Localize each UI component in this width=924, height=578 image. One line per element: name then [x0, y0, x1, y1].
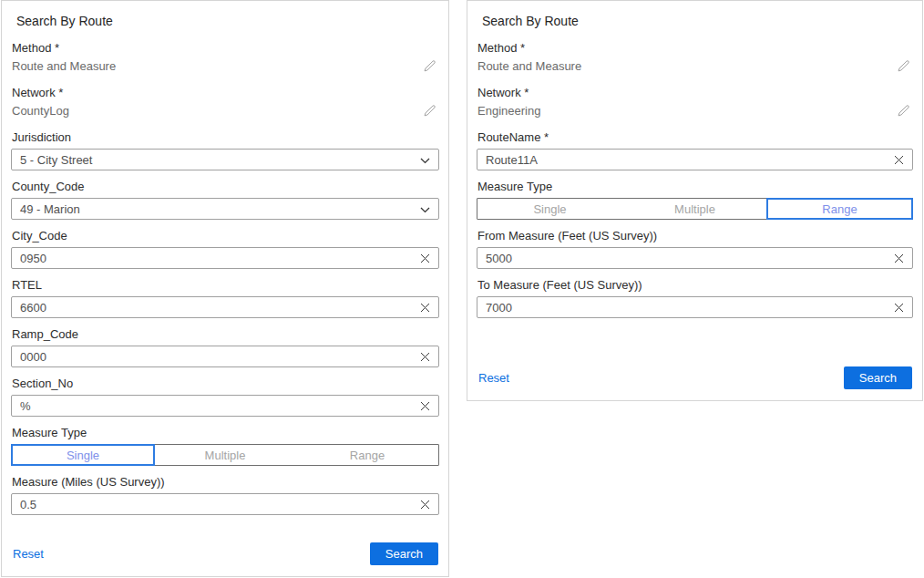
- search-button[interactable]: Search: [844, 366, 912, 389]
- method-label: Method *: [12, 41, 438, 55]
- route-name-input[interactable]: [486, 153, 892, 167]
- network-value: CountyLog: [12, 104, 69, 118]
- page-canvas: Search By Route Method * Route and Measu…: [0, 0, 924, 578]
- network-field: Network * Engineering: [477, 86, 913, 118]
- method-value: Route and Measure: [12, 59, 116, 73]
- clear-x-icon[interactable]: [418, 252, 432, 265]
- segment-multiple[interactable]: Multiple: [154, 445, 296, 465]
- panel-footer: Reset Search: [477, 366, 913, 391]
- city-code-label: City_Code: [12, 229, 438, 243]
- section-no-field: Section_No: [11, 377, 439, 417]
- jurisdiction-label: Jurisdiction: [12, 130, 438, 144]
- jurisdiction-select[interactable]: 5 - City Street: [11, 149, 439, 170]
- clear-x-icon[interactable]: [418, 399, 432, 413]
- edit-pencil-icon[interactable]: [423, 104, 436, 118]
- chevron-down-icon: [420, 158, 430, 164]
- ramp-code-input[interactable]: [20, 350, 418, 364]
- reset-link[interactable]: Reset: [478, 371, 509, 385]
- county-code-field: County_Code 49 - Marion: [11, 180, 439, 220]
- chevron-down-icon: [420, 207, 430, 213]
- reset-link[interactable]: Reset: [13, 547, 44, 561]
- search-by-route-panel-left: Search By Route Method * Route and Measu…: [1, 0, 449, 577]
- from-measure-field: From Measure (Feet (US Survey)): [477, 229, 913, 269]
- county-code-label: County_Code: [12, 180, 438, 193]
- measure-type-segmented: Single Multiple Range: [477, 198, 913, 220]
- network-value: Engineering: [477, 104, 540, 118]
- route-name-label: RouteName *: [477, 130, 912, 144]
- method-field: Method * Route and Measure: [11, 41, 439, 73]
- network-field: Network * CountyLog: [11, 86, 439, 118]
- to-measure-label: To Measure (Feet (US Survey)): [477, 278, 912, 292]
- select-value: 49 - Marion: [20, 202, 80, 216]
- from-measure-label: From Measure (Feet (US Survey)): [477, 229, 912, 243]
- rtel-label: RTEL: [12, 278, 438, 292]
- section-no-label: Section_No: [12, 377, 438, 390]
- measure-type-field: Measure Type Single Multiple Range: [477, 180, 913, 220]
- measure-type-segmented: Single Multiple Range: [11, 444, 439, 466]
- segment-single[interactable]: Single: [12, 445, 154, 465]
- county-code-select[interactable]: 49 - Marion: [11, 198, 439, 220]
- measure-input[interactable]: [20, 498, 418, 511]
- measure-label: Measure (Miles (US Survey)): [12, 475, 438, 489]
- search-button[interactable]: Search: [370, 542, 438, 565]
- city-code-input[interactable]: [20, 252, 418, 265]
- network-label: Network *: [12, 86, 438, 99]
- measure-type-field: Measure Type Single Multiple Range: [11, 426, 439, 466]
- method-label: Method *: [477, 41, 912, 55]
- method-field: Method * Route and Measure: [477, 41, 913, 73]
- measure-type-label: Measure Type: [12, 426, 438, 439]
- measure-type-label: Measure Type: [477, 180, 912, 193]
- panel-title: Search By Route: [16, 14, 439, 28]
- segment-range[interactable]: Range: [767, 199, 912, 219]
- to-measure-field: To Measure (Feet (US Survey)): [477, 278, 913, 318]
- from-measure-input[interactable]: [486, 252, 892, 265]
- clear-x-icon[interactable]: [892, 252, 906, 265]
- clear-x-icon[interactable]: [892, 301, 906, 315]
- method-value: Route and Measure: [477, 59, 581, 73]
- ramp-code-field: Ramp_Code: [11, 327, 439, 367]
- panel-title: Search By Route: [482, 14, 913, 28]
- segment-multiple[interactable]: Multiple: [622, 199, 767, 219]
- clear-x-icon[interactable]: [418, 350, 432, 364]
- edit-pencil-icon[interactable]: [897, 104, 910, 118]
- segment-single[interactable]: Single: [477, 199, 622, 219]
- section-no-input[interactable]: [20, 399, 418, 413]
- to-measure-input[interactable]: [486, 301, 892, 315]
- clear-x-icon[interactable]: [892, 153, 906, 167]
- route-name-field: RouteName *: [477, 130, 913, 170]
- jurisdiction-field: Jurisdiction 5 - City Street: [11, 130, 439, 170]
- rtel-field: RTEL: [11, 278, 439, 318]
- city-code-field: City_Code: [11, 229, 439, 269]
- clear-x-icon[interactable]: [418, 498, 432, 511]
- segment-range[interactable]: Range: [296, 445, 438, 465]
- panel-footer: Reset Search: [11, 542, 439, 567]
- ramp-code-label: Ramp_Code: [12, 327, 438, 341]
- rtel-input[interactable]: [20, 301, 418, 315]
- edit-pencil-icon[interactable]: [423, 59, 436, 73]
- clear-x-icon[interactable]: [418, 301, 432, 315]
- search-by-route-panel-right: Search By Route Method * Route and Measu…: [467, 0, 923, 401]
- edit-pencil-icon[interactable]: [897, 59, 910, 73]
- measure-field: Measure (Miles (US Survey)): [11, 475, 439, 515]
- network-label: Network *: [477, 86, 912, 99]
- select-value: 5 - City Street: [20, 153, 92, 167]
